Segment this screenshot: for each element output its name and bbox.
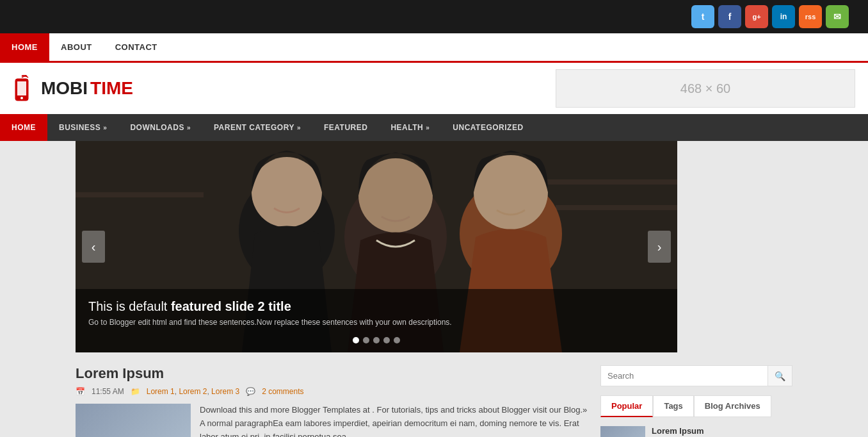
main-layout: Lorem Ipsum 📅 11:55 AM 📁 Lorem 1, Lorem … [76, 352, 792, 437]
slider-dots [353, 337, 400, 343]
social-icons: t f g+ in rss ✉ [691, 5, 849, 28]
sidebar-popular-post: Lorem Ipsum Download this and more Blogg… [600, 426, 792, 437]
main-nav: HOME BUSINESS » DOWNLOADS » PARENT CATEG… [0, 114, 868, 141]
post-cat-3[interactable]: Lorem 3 [211, 387, 239, 396]
post-cat-2[interactable]: Lorem 2 [179, 387, 207, 396]
slider-dot-5[interactable] [394, 337, 400, 343]
topnav-about[interactable]: ABOUT [49, 33, 104, 61]
phone-icon [13, 75, 36, 102]
svg-point-2 [20, 97, 23, 99]
slider-dot-1[interactable] [353, 337, 359, 343]
arrow-icon: » [297, 124, 301, 131]
post-time: 11:55 AM [92, 387, 124, 396]
sidebar-tabs: Popular Tags Blog Archives [600, 395, 792, 417]
slider-title-normal: This is default [88, 299, 171, 313]
calendar-icon: 📅 [76, 387, 85, 396]
topnav-contact[interactable]: CONTACT [104, 33, 169, 61]
topnav-home[interactable]: HOME [0, 33, 49, 61]
arrow-icon: » [103, 124, 107, 131]
comment-icon: 💬 [246, 387, 255, 396]
mainnav-parent-category[interactable]: PARENT CATEGORY » [202, 114, 312, 141]
top-bar: t f g+ in rss ✉ [0, 0, 868, 33]
banner-ad: 468 × 60 [556, 69, 855, 108]
slider-prev-button[interactable]: ‹ [82, 231, 105, 263]
twitter-icon[interactable]: t [691, 5, 714, 28]
search-button[interactable]: 🔍 [768, 365, 792, 386]
post-thumbnail [76, 404, 191, 437]
mainnav-uncategorized[interactable]: UNCATEGORIZED [441, 114, 534, 141]
slider: This is default featured slide 2 title G… [76, 141, 677, 352]
slider-title-bold: featured slide 2 title [171, 299, 291, 313]
post-excerpt-area: Download this and more Blogger Templates… [76, 404, 588, 437]
post-title: Lorem Ipsum [76, 365, 588, 382]
slider-next-button[interactable]: › [648, 231, 671, 263]
facebook-icon[interactable]: f [718, 5, 741, 28]
sidebar-post-info: Lorem Ipsum Download this and more Blogg… [652, 426, 754, 437]
top-nav: HOME ABOUT CONTACT [0, 33, 868, 63]
search-input[interactable] [600, 365, 768, 386]
rss-icon[interactable]: rss [799, 5, 822, 28]
sidebar-post-title: Lorem Ipsum [652, 426, 754, 436]
post-cat-1[interactable]: Lorem 1 [147, 387, 175, 396]
sidebar: 🔍 Popular Tags Blog Archives Lorem Ipsum… [600, 365, 792, 437]
googleplus-icon[interactable]: g+ [745, 5, 768, 28]
sidebar-post-thumbnail [600, 426, 645, 437]
arrow-icon: » [426, 124, 430, 131]
slider-description: Go to Blogger edit html and find these s… [88, 318, 664, 327]
post-categories: Lorem 1, Lorem 2, Lorem 3 [147, 387, 239, 396]
tab-blog-archives[interactable]: Blog Archives [694, 395, 771, 417]
post-comments-link[interactable]: 2 comments [262, 387, 303, 396]
tab-popular[interactable]: Popular [600, 395, 653, 417]
slider-title: This is default featured slide 2 title [88, 299, 664, 314]
header: MOBITIME 468 × 60 [0, 63, 868, 114]
slider-dot-3[interactable] [373, 337, 380, 343]
mainnav-downloads[interactable]: DOWNLOADS » [118, 114, 202, 141]
content-wrapper: This is default featured slide 2 title G… [63, 141, 805, 437]
search-box: 🔍 [600, 365, 792, 386]
folder-icon: 📁 [131, 387, 140, 396]
svg-rect-1 [17, 81, 26, 95]
post-comments: 2 comments [262, 387, 303, 396]
mainnav-featured[interactable]: FEATURED [312, 114, 379, 141]
mainnav-home[interactable]: HOME [0, 114, 47, 141]
email-icon[interactable]: ✉ [826, 5, 849, 28]
post-meta: 📅 11:55 AM 📁 Lorem 1, Lorem 2, Lorem 3 💬… [76, 387, 588, 396]
slider-dot-2[interactable] [363, 337, 369, 343]
logo-time: TIME [90, 78, 133, 99]
arrow-icon: » [187, 124, 191, 131]
mainnav-business[interactable]: BUSINESS » [47, 114, 118, 141]
post-excerpt: Download this and more Blogger Templates… [200, 404, 588, 437]
linkedin-icon[interactable]: in [772, 5, 795, 28]
slider-dot-4[interactable] [383, 337, 390, 343]
logo-mobi: MOBI [41, 78, 88, 99]
mainnav-health[interactable]: HEALTH » [379, 114, 441, 141]
tab-tags[interactable]: Tags [653, 395, 693, 417]
logo[interactable]: MOBITIME [13, 75, 133, 102]
main-column: Lorem Ipsum 📅 11:55 AM 📁 Lorem 1, Lorem … [76, 365, 588, 437]
